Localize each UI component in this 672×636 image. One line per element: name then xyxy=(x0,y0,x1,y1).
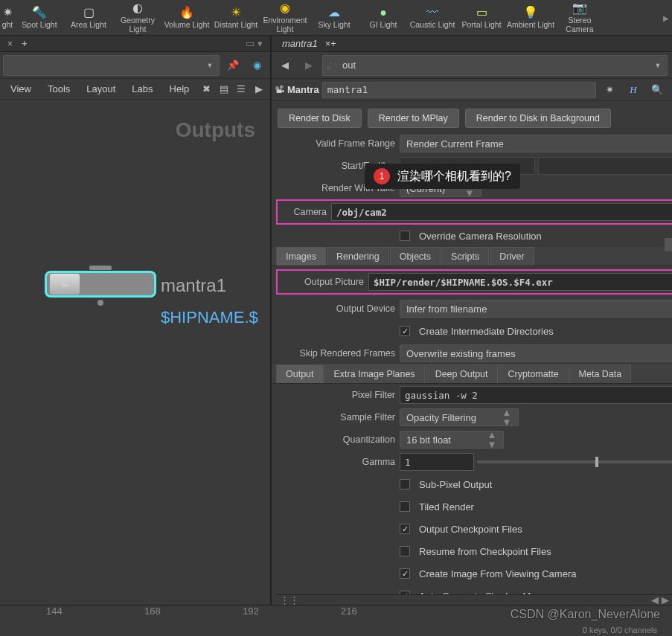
node-mantra1[interactable]: 📽 xyxy=(45,271,156,298)
tab-scripts[interactable]: Scripts xyxy=(441,247,489,266)
close-tab-icon[interactable]: × xyxy=(7,39,13,49)
stereo-camera-icon: 📷 xyxy=(572,1,587,15)
lbl-output-device: Output Device xyxy=(276,303,395,314)
tab-driver[interactable]: Driver xyxy=(490,247,534,266)
point-light-icon: ✷ xyxy=(0,6,15,19)
search-icon[interactable]: 🔍 xyxy=(647,80,668,100)
forward-icon[interactable]: ▶ xyxy=(298,55,319,76)
pixel-filter-input[interactable] xyxy=(400,386,672,404)
right-tab[interactable]: mantra1 xyxy=(275,38,325,49)
end-input[interactable] xyxy=(538,157,672,175)
channels-status: 0 keys, 0/0 channels xyxy=(583,626,657,635)
output-picture-input[interactable] xyxy=(368,273,672,291)
shelf-spot-light[interactable]: 🔦Spot Light xyxy=(15,0,64,35)
shelf-scroll-icon[interactable]: ▶ xyxy=(663,0,669,36)
shelf-caustic-light[interactable]: 〰Caustic Light xyxy=(408,0,457,35)
create-dirs-checkbox[interactable]: ✓ xyxy=(400,326,410,336)
tab-deep-output[interactable]: Deep Output xyxy=(426,364,498,383)
params-icon[interactable]: ☰ xyxy=(234,79,250,100)
shelf-distant-light[interactable]: ☀Distant Light xyxy=(211,0,260,35)
add-right-tab-icon[interactable]: + xyxy=(330,38,336,49)
tab-objects[interactable]: Objects xyxy=(390,247,441,266)
param-hscroll[interactable]: ⋮⋮ ◀ ▶ xyxy=(275,594,672,605)
override-cam-checkbox[interactable] xyxy=(400,231,410,241)
gear-icon[interactable]: ✷ xyxy=(599,80,620,100)
menu-help[interactable]: Help xyxy=(162,80,197,97)
annotation-callout: 1 渲染哪个相机看到的? xyxy=(365,164,520,189)
node-type-icon: 📽 xyxy=(275,84,284,95)
lbl-tiled: Tiled Render xyxy=(419,501,474,513)
quantization-dropdown[interactable]: 16 bit float▲▼ xyxy=(400,431,504,449)
play-icon[interactable]: ▶ xyxy=(251,79,267,100)
caustic-light-icon: 〰 xyxy=(425,6,440,19)
shelf-portal-light[interactable]: ▭Portal Light xyxy=(457,0,506,35)
list-icon[interactable]: ▤ xyxy=(216,79,232,100)
tick-192: 192 xyxy=(243,606,259,617)
wrench-icon[interactable]: ✖ xyxy=(198,79,214,100)
left-tabbar: × + ▭ ▾ xyxy=(0,36,270,52)
menu-layout[interactable]: Layout xyxy=(79,80,123,97)
camera-input[interactable] xyxy=(331,203,672,221)
shelf-gi-light[interactable]: ●GI Light xyxy=(359,0,408,35)
mantra-node-icon: 📽 xyxy=(50,274,80,295)
shelf-stereo-camera[interactable]: 📷Stereo Camera xyxy=(555,0,604,35)
render-bg-button[interactable]: Render to Disk in Background xyxy=(465,109,611,128)
scroll-left-icon[interactable]: ◀ xyxy=(651,594,659,606)
scroll-right-icon[interactable]: ▶ xyxy=(662,594,669,606)
render-to-mplay-button[interactable]: Render to MPlay xyxy=(368,109,459,128)
lbl-sample-filter: Sample Filter xyxy=(276,412,395,423)
spot-light-icon: 🔦 xyxy=(32,6,47,19)
tab-meta-data[interactable]: Meta Data xyxy=(569,364,632,383)
link-icon[interactable]: ◉ xyxy=(246,55,267,76)
side-handle-icon[interactable] xyxy=(665,238,672,251)
valid-frame-range-dropdown[interactable]: Render Current Frame▲▼ xyxy=(400,135,672,152)
sub-tabs: Output Extra Image Planes Deep Output Cr… xyxy=(272,364,672,384)
shelf-ambient-light[interactable]: 💡Ambient Light xyxy=(506,0,555,35)
resume-checkbox[interactable] xyxy=(400,546,410,556)
add-tab-icon[interactable]: + xyxy=(22,38,28,49)
menu-labs[interactable]: Labs xyxy=(124,80,160,97)
skip-frames-dropdown[interactable]: Overwrite existing frames▲▼ xyxy=(400,344,672,362)
tab-images[interactable]: Images xyxy=(276,247,326,266)
tick-168: 168 xyxy=(144,606,161,617)
tiled-checkbox[interactable] xyxy=(400,501,410,512)
render-to-disk-button[interactable]: Render to Disk xyxy=(278,109,362,128)
shelf-environment-light[interactable]: ◉Environment Light xyxy=(260,0,310,35)
back-icon[interactable]: ◀ xyxy=(275,55,295,76)
left-path-dropdown[interactable]: ▼ xyxy=(3,55,220,76)
node-type-label: Mantra xyxy=(287,84,319,95)
lbl-quantization: Quantization xyxy=(276,434,395,445)
network-pane: × + ▭ ▾ ▼ 📌 ◉ View Tools Layout Labs Hel… xyxy=(0,36,272,620)
pin-icon[interactable]: 📌 xyxy=(223,55,243,76)
shelf-area-light[interactable]: ▢Area Light xyxy=(64,0,113,35)
tab-extra-planes[interactable]: Extra Image Planes xyxy=(324,364,425,383)
tab-rendering[interactable]: Rendering xyxy=(327,247,389,266)
gamma-input[interactable] xyxy=(400,453,474,471)
shelf-light-0[interactable]: ✷ght xyxy=(0,0,15,35)
menu-tools[interactable]: Tools xyxy=(40,80,77,97)
distant-light-icon: ☀ xyxy=(228,6,243,19)
annotation-text: 渲染哪个相机看到的? xyxy=(397,169,511,184)
node-name-input[interactable] xyxy=(322,82,596,98)
viewcam-checkbox[interactable]: ✓ xyxy=(400,568,410,579)
network-viewport[interactable]: Outputs 📽 mantra1 $HIPNAME.$ xyxy=(0,100,270,620)
hscript-icon[interactable]: H xyxy=(623,80,644,100)
close-right-tab-icon[interactable]: × xyxy=(325,38,331,49)
annotation-number: 1 xyxy=(374,168,390,184)
pane-menu-icon[interactable]: ▭ ▾ xyxy=(246,38,263,49)
scroll-handle-icon[interactable]: ⋮⋮ xyxy=(280,594,299,606)
tab-output[interactable]: Output xyxy=(276,364,324,383)
checkpoint-checkbox[interactable]: ✓ xyxy=(400,524,410,534)
shelf-sky-light[interactable]: ☁Sky Light xyxy=(310,0,359,35)
menu-view[interactable]: View xyxy=(3,80,39,97)
sample-filter-dropdown[interactable]: Opacity Filtering▲▼ xyxy=(400,408,519,426)
shelf-geometry-light[interactable]: ◐Geometry Light xyxy=(113,0,162,35)
shelf-volume-light[interactable]: 🔥Volume Light xyxy=(162,0,211,35)
right-path-dropdown[interactable]: 🎥 out ▼ xyxy=(322,55,668,76)
lbl-gamma: Gamma xyxy=(276,457,395,467)
gamma-slider[interactable] xyxy=(477,460,672,463)
subpixel-checkbox[interactable] xyxy=(400,479,410,489)
output-device-dropdown[interactable]: Infer from filename▲▼ xyxy=(400,300,672,318)
tab-cryptomatte[interactable]: Cryptomatte xyxy=(499,364,569,383)
watermark: CSDN @Karon_NeverAlone xyxy=(511,608,660,621)
